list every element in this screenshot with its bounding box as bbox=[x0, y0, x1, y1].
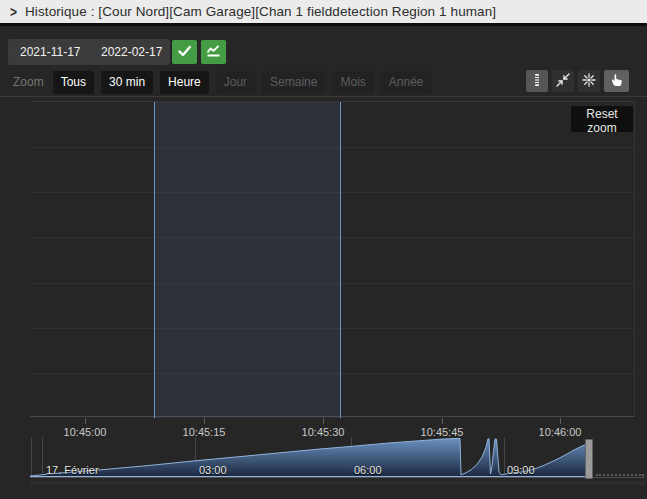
zoom-button-annee: Année bbox=[381, 71, 432, 94]
show-graph-button[interactable] bbox=[201, 40, 226, 64]
navigator-axis-line bbox=[30, 477, 645, 478]
zoom-button-jour: Jour bbox=[216, 71, 255, 94]
pan-hand-button[interactable] bbox=[604, 70, 629, 92]
apply-dates-button[interactable] bbox=[172, 40, 197, 64]
navigator[interactable]: 17. Février 03:00 06:00 09:00 bbox=[0, 437, 647, 478]
hand-pointer-icon bbox=[610, 73, 624, 90]
start-date-input[interactable] bbox=[8, 39, 89, 65]
end-date-input[interactable] bbox=[89, 39, 170, 65]
compress-arrows-icon bbox=[556, 73, 570, 90]
x-tick bbox=[204, 418, 205, 424]
x-tick bbox=[85, 418, 86, 424]
navigator-label: 17. Février bbox=[46, 464, 99, 476]
x-tick bbox=[323, 418, 324, 424]
sun-icon bbox=[582, 73, 596, 90]
navigator-area-path bbox=[30, 438, 586, 476]
navigator-masked-series bbox=[596, 474, 644, 476]
navigator-area-chart bbox=[30, 437, 586, 478]
date-range-group bbox=[8, 39, 170, 65]
chart-line-icon bbox=[206, 44, 221, 61]
zoom-button-heure[interactable]: Heure bbox=[160, 71, 209, 94]
history-page: > Historique : [Cour Nord][Cam Garage][C… bbox=[0, 0, 647, 499]
zoom-selection-band bbox=[154, 102, 341, 418]
check-icon bbox=[177, 44, 192, 61]
zoom-button-semaine: Semaine bbox=[262, 71, 325, 94]
compress-button[interactable] bbox=[552, 70, 574, 92]
scrollbar-track[interactable] bbox=[30, 481, 645, 485]
navigator-label: 06:00 bbox=[354, 464, 382, 476]
vertical-ruler-icon bbox=[530, 73, 544, 90]
zoom-button-30min[interactable]: 30 min bbox=[101, 71, 153, 94]
navigator-handle[interactable] bbox=[585, 439, 593, 479]
navigator-label: 09:00 bbox=[507, 464, 535, 476]
x-tick bbox=[560, 418, 561, 424]
vertical-ruler-button[interactable] bbox=[526, 70, 548, 92]
reset-zoom-button[interactable]: Reset zoom bbox=[571, 106, 633, 132]
zoom-button-mois: Mois bbox=[332, 71, 373, 94]
main-chart[interactable]: Reset zoom 10:45:00 10:45:15 10:45:30 10… bbox=[0, 96, 647, 432]
zoom-button-tous[interactable]: Tous bbox=[53, 71, 94, 94]
x-tick bbox=[442, 418, 443, 424]
zoom-label: Zoom bbox=[13, 75, 44, 89]
sun-button[interactable] bbox=[578, 70, 600, 92]
navigator-label: 03:00 bbox=[199, 464, 227, 476]
chart-tools bbox=[526, 70, 629, 92]
page-header: > Historique : [Cour Nord][Cam Garage][C… bbox=[0, 0, 647, 26]
chevron-right-icon: > bbox=[10, 3, 17, 19]
page-title: Historique : [Cour Nord][Cam Garage][Cha… bbox=[25, 4, 496, 19]
zoom-range-bar: Zoom Tous 30 min Heure Jour Semaine Mois… bbox=[13, 70, 439, 94]
plot-area[interactable] bbox=[30, 101, 635, 417]
